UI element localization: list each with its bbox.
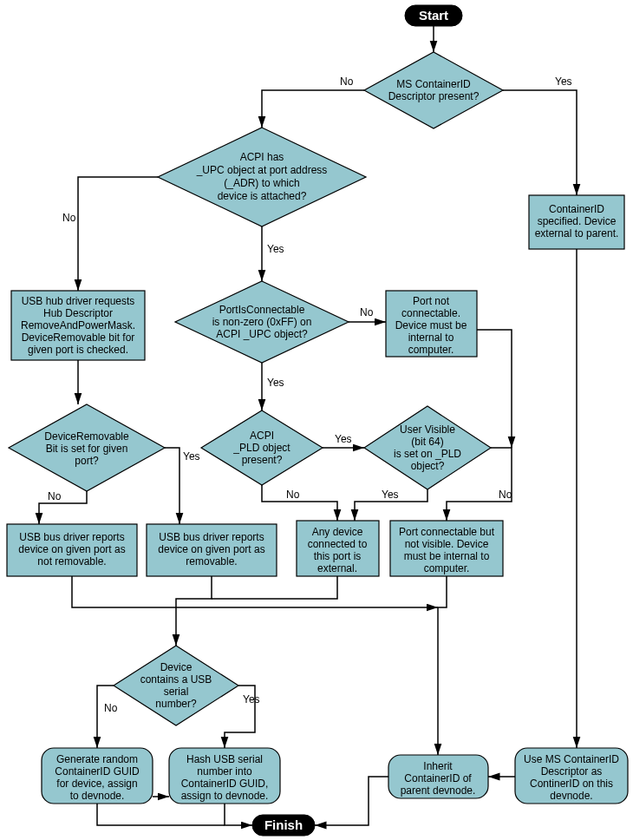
d2-line0: ACPI has — [240, 151, 284, 163]
edgelabel-d4-yes: Yes — [183, 450, 200, 463]
edgelabel-d1-no: No — [340, 75, 354, 88]
d5-line2: present? — [242, 454, 283, 466]
edgelabel-d3-no: No — [360, 306, 374, 318]
p-pnc-3: internal to — [408, 331, 454, 344]
start-label: Start — [419, 8, 448, 23]
edge-nr-down — [72, 576, 438, 607]
edgelabel-d5-yes: Yes — [335, 433, 352, 445]
d3-line1: is non-zero (0xFF) on — [212, 316, 312, 328]
edgelabel-d7-yes: Yes — [243, 693, 260, 705]
edge-anyext-merge — [212, 576, 337, 599]
edgelabel-d4-no: No — [48, 490, 62, 502]
d7-line0: Device — [160, 661, 193, 673]
d7-line2: serial — [164, 686, 189, 698]
edge-d5-no — [262, 485, 337, 521]
p-hubreq-4: given port is checked. — [28, 344, 128, 356]
r-inh-1: ContainerID of — [404, 772, 472, 784]
d6-line3: object? — [411, 460, 445, 472]
edge-pnc-join — [477, 330, 512, 448]
d1-line0: MS ContainerID — [396, 78, 471, 90]
p-pnc-2: Device must be — [395, 319, 467, 331]
edge-removable-d7 — [176, 576, 212, 646]
edgelabel-d3-yes: Yes — [267, 377, 284, 389]
d6-line0: User Visible — [400, 423, 455, 436]
d5-line1: _PLD object — [232, 442, 290, 454]
p-cid-spec-0: ContainerID — [549, 203, 604, 215]
p-hubreq-3: DeviceRemovable bit for — [22, 331, 135, 344]
edge-inherit-finish — [315, 777, 388, 825]
d2-line3: device is attached? — [218, 190, 307, 202]
edgelabel-d7-no: No — [104, 702, 118, 714]
edge-d1-no — [262, 90, 364, 128]
edge-d1-yes — [503, 90, 577, 195]
d4-line0: DeviceRemovable — [44, 430, 129, 443]
p-r-0: USB bus driver reports — [159, 531, 264, 543]
r-gr-0: Generate random — [56, 753, 138, 765]
p-nr-1: device on given port as — [18, 543, 125, 555]
r-gr-1: ContainerID GUID — [55, 765, 140, 778]
d4-line2: port? — [75, 455, 99, 467]
r-ums-0: Use MS ContainerID — [524, 753, 619, 765]
edge-cnv-inherit — [438, 576, 447, 755]
r-h-2: ContainerID GUID, — [181, 778, 269, 790]
d3-line0: PortIsConnectable — [219, 304, 305, 316]
d2-line2: (_ADR) to which — [224, 177, 299, 189]
p-ae-1: connected to — [308, 538, 368, 550]
edgelabel-d2-no: No — [62, 212, 76, 224]
edgelabel-d6-no: No — [499, 489, 512, 501]
d6-line1: (bit 64) — [411, 436, 443, 448]
d5-line0: ACPI — [250, 430, 274, 442]
p-r-1: device on given port as — [158, 543, 264, 555]
r-gr-2: for device, assign — [56, 778, 137, 790]
p-cid-spec-1: specified. Device — [538, 215, 617, 227]
edgelabel-d2-yes: Yes — [267, 243, 284, 255]
r-ums-2: ContinerID on this — [530, 778, 613, 790]
edge-gr-finish2 — [97, 804, 225, 825]
d2-line1: _UPC object at port address — [196, 164, 328, 176]
r-h-0: Hash USB serial — [186, 753, 263, 765]
p-cnv-2: must be internal to — [404, 550, 490, 562]
d3-line2: ACPI _UPC object? — [216, 328, 308, 340]
r-h-1: number into — [197, 765, 252, 778]
p-nr-0: USB bus driver reports — [19, 531, 124, 543]
d4-line1: Bit is set for given — [46, 443, 128, 455]
r-inh-0: Inherit — [423, 760, 453, 772]
d6-line2: is set on _PLD — [394, 448, 461, 460]
d7-line3: number? — [155, 698, 197, 710]
r-h-3: assign to devnode. — [181, 790, 269, 802]
edge-d7-no — [97, 686, 114, 748]
r-gr-3: to devnode. — [70, 790, 125, 802]
p-pnc-0: Port not — [413, 295, 450, 307]
edgelabel-d1-yes: Yes — [555, 75, 572, 88]
p-r-2: removable. — [186, 555, 237, 568]
edge-d4-yes — [165, 448, 179, 524]
edge-d2-no — [78, 177, 158, 291]
p-hubreq-1: Hub Descriptor — [43, 307, 113, 319]
d1-line1: Descriptor present? — [388, 90, 480, 102]
finish-label: Finish — [264, 817, 303, 832]
d7-line1: contains a USB — [140, 673, 212, 686]
p-pnc-1: connectable. — [401, 307, 460, 319]
p-pnc-4: computer. — [408, 344, 454, 356]
p-ae-2: this port is — [314, 550, 362, 562]
p-cnv-0: Port connectable but — [399, 526, 495, 538]
p-cnv-1: not visible. Device — [405, 538, 489, 550]
edgelabel-d5-no: No — [286, 489, 300, 501]
edgelabel-d6-yes: Yes — [382, 489, 399, 501]
p-nr-2: not removable. — [37, 555, 106, 568]
p-cid-spec-2: external to parent. — [535, 227, 619, 240]
p-ae-3: external. — [317, 562, 357, 574]
edge-hash-finish — [225, 804, 252, 825]
edge-d4-no — [39, 491, 87, 524]
p-cnv-3: computer. — [424, 562, 470, 574]
r-inh-2: parent devnode. — [401, 784, 476, 797]
p-hubreq-2: RemoveAndPowerMask. — [21, 319, 135, 331]
r-ums-1: Descriptor as — [541, 765, 603, 778]
p-ae-0: Any device — [312, 526, 363, 538]
r-ums-3: devnode. — [550, 790, 592, 802]
p-hubreq-0: USB hub driver requests — [22, 295, 135, 307]
